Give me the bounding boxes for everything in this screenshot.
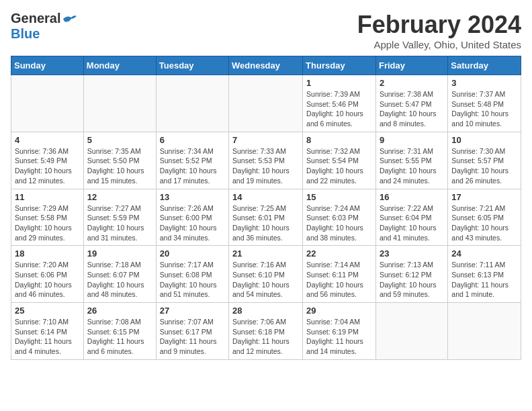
calendar-cell: 19Sunrise: 7:18 AM Sunset: 6:07 PM Dayli… (83, 246, 156, 303)
calendar-cell: 15Sunrise: 7:24 AM Sunset: 6:03 PM Dayli… (303, 189, 376, 246)
calendar-cell: 6Sunrise: 7:34 AM Sunset: 5:52 PM Daylig… (156, 132, 228, 189)
day-number: 2 (380, 78, 444, 88)
weekday-header: Friday (375, 56, 447, 75)
day-info: Sunrise: 7:31 AM Sunset: 5:55 PM Dayligh… (380, 146, 444, 186)
day-number: 21 (232, 248, 299, 259)
calendar-cell (83, 75, 156, 132)
day-info: Sunrise: 7:11 AM Sunset: 6:13 PM Dayligh… (451, 260, 517, 300)
day-info: Sunrise: 7:35 AM Sunset: 5:50 PM Dayligh… (87, 146, 152, 186)
calendar-cell (448, 303, 521, 360)
logo-bird-icon (62, 13, 77, 24)
day-info: Sunrise: 7:18 AM Sunset: 6:07 PM Dayligh… (87, 260, 152, 300)
calendar-cell: 10Sunrise: 7:30 AM Sunset: 5:57 PM Dayli… (448, 132, 521, 189)
calendar-cell (375, 303, 447, 360)
day-number: 9 (380, 135, 444, 145)
day-info: Sunrise: 7:07 AM Sunset: 6:17 PM Dayligh… (160, 317, 225, 357)
day-info: Sunrise: 7:20 AM Sunset: 6:06 PM Dayligh… (15, 260, 80, 300)
day-info: Sunrise: 7:39 AM Sunset: 5:46 PM Dayligh… (306, 89, 372, 129)
day-number: 1 (306, 78, 372, 88)
calendar-cell: 27Sunrise: 7:07 AM Sunset: 6:17 PM Dayli… (156, 303, 228, 360)
day-number: 25 (15, 306, 80, 316)
day-number: 14 (232, 192, 299, 202)
day-info: Sunrise: 7:22 AM Sunset: 6:04 PM Dayligh… (380, 203, 444, 243)
calendar-week-row: 25Sunrise: 7:10 AM Sunset: 6:14 PM Dayli… (11, 303, 521, 360)
day-info: Sunrise: 7:29 AM Sunset: 5:58 PM Dayligh… (15, 203, 80, 243)
day-number: 24 (451, 248, 517, 259)
day-info: Sunrise: 7:06 AM Sunset: 6:18 PM Dayligh… (232, 317, 299, 357)
day-info: Sunrise: 7:25 AM Sunset: 6:01 PM Dayligh… (232, 203, 299, 243)
calendar-week-row: 11Sunrise: 7:29 AM Sunset: 5:58 PM Dayli… (11, 189, 521, 246)
day-info: Sunrise: 7:21 AM Sunset: 6:05 PM Dayligh… (451, 203, 517, 243)
day-number: 15 (306, 192, 372, 202)
day-info: Sunrise: 7:10 AM Sunset: 6:14 PM Dayligh… (15, 317, 80, 357)
calendar-cell: 11Sunrise: 7:29 AM Sunset: 5:58 PM Dayli… (11, 189, 84, 246)
day-number: 3 (451, 78, 517, 88)
calendar-cell: 20Sunrise: 7:17 AM Sunset: 6:08 PM Dayli… (156, 246, 228, 303)
calendar-cell: 23Sunrise: 7:13 AM Sunset: 6:12 PM Dayli… (375, 246, 447, 303)
calendar-week-row: 18Sunrise: 7:20 AM Sunset: 6:06 PM Dayli… (11, 246, 521, 303)
day-number: 4 (15, 135, 80, 145)
calendar-cell: 25Sunrise: 7:10 AM Sunset: 6:14 PM Dayli… (11, 303, 84, 360)
calendar-table: SundayMondayTuesdayWednesdayThursdayFrid… (11, 56, 521, 360)
calendar-cell: 13Sunrise: 7:26 AM Sunset: 6:00 PM Dayli… (156, 189, 228, 246)
calendar-cell: 3Sunrise: 7:37 AM Sunset: 5:48 PM Daylig… (448, 75, 521, 132)
day-number: 6 (160, 135, 225, 145)
calendar-cell (11, 75, 84, 132)
calendar-cell: 8Sunrise: 7:32 AM Sunset: 5:54 PM Daylig… (303, 132, 376, 189)
day-number: 8 (306, 135, 372, 145)
day-info: Sunrise: 7:04 AM Sunset: 6:19 PM Dayligh… (306, 317, 372, 357)
calendar-cell (229, 75, 303, 132)
day-info: Sunrise: 7:08 AM Sunset: 6:15 PM Dayligh… (87, 317, 152, 357)
logo-blue: Blue (11, 26, 40, 41)
day-number: 26 (87, 306, 152, 316)
calendar-cell: 26Sunrise: 7:08 AM Sunset: 6:15 PM Dayli… (83, 303, 156, 360)
day-number: 16 (380, 192, 444, 202)
calendar-cell: 5Sunrise: 7:35 AM Sunset: 5:50 PM Daylig… (83, 132, 156, 189)
day-number: 12 (87, 192, 152, 202)
day-info: Sunrise: 7:13 AM Sunset: 6:12 PM Dayligh… (380, 260, 444, 300)
day-info: Sunrise: 7:33 AM Sunset: 5:53 PM Dayligh… (232, 146, 299, 186)
title-area: February 2024 Apple Valley, Ohio, United… (357, 11, 521, 50)
calendar-cell: 12Sunrise: 7:27 AM Sunset: 5:59 PM Dayli… (83, 189, 156, 246)
calendar-cell: 14Sunrise: 7:25 AM Sunset: 6:01 PM Dayli… (229, 189, 303, 246)
calendar-cell: 29Sunrise: 7:04 AM Sunset: 6:19 PM Dayli… (303, 303, 376, 360)
day-number: 18 (15, 248, 80, 259)
weekday-header: Monday (83, 56, 156, 75)
day-number: 29 (306, 306, 372, 316)
day-number: 17 (451, 192, 517, 202)
weekday-header: Wednesday (229, 56, 303, 75)
day-info: Sunrise: 7:14 AM Sunset: 6:11 PM Dayligh… (306, 260, 372, 300)
day-number: 28 (232, 306, 299, 316)
calendar-cell: 28Sunrise: 7:06 AM Sunset: 6:18 PM Dayli… (229, 303, 303, 360)
day-info: Sunrise: 7:17 AM Sunset: 6:08 PM Dayligh… (160, 260, 225, 300)
location: Apple Valley, Ohio, United States (357, 39, 521, 50)
day-number: 10 (451, 135, 517, 145)
calendar-cell: 17Sunrise: 7:21 AM Sunset: 6:05 PM Dayli… (448, 189, 521, 246)
day-number: 20 (160, 248, 225, 259)
calendar-cell: 1Sunrise: 7:39 AM Sunset: 5:46 PM Daylig… (303, 75, 376, 132)
calendar-cell: 21Sunrise: 7:16 AM Sunset: 6:10 PM Dayli… (229, 246, 303, 303)
day-number: 27 (160, 306, 225, 316)
day-info: Sunrise: 7:26 AM Sunset: 6:00 PM Dayligh… (160, 203, 225, 243)
day-info: Sunrise: 7:37 AM Sunset: 5:48 PM Dayligh… (451, 89, 517, 129)
day-info: Sunrise: 7:30 AM Sunset: 5:57 PM Dayligh… (451, 146, 517, 186)
weekday-header: Sunday (11, 56, 84, 75)
page-header: General Blue February 2024 Apple Valley,… (11, 11, 521, 50)
weekday-header: Tuesday (156, 56, 228, 75)
day-number: 22 (306, 248, 372, 259)
calendar-week-row: 1Sunrise: 7:39 AM Sunset: 5:46 PM Daylig… (11, 75, 521, 132)
calendar-header-row: SundayMondayTuesdayWednesdayThursdayFrid… (11, 56, 521, 75)
calendar-cell: 22Sunrise: 7:14 AM Sunset: 6:11 PM Dayli… (303, 246, 376, 303)
calendar-cell (156, 75, 228, 132)
calendar-cell: 16Sunrise: 7:22 AM Sunset: 6:04 PM Dayli… (375, 189, 447, 246)
day-info: Sunrise: 7:36 AM Sunset: 5:49 PM Dayligh… (15, 146, 80, 186)
day-info: Sunrise: 7:32 AM Sunset: 5:54 PM Dayligh… (306, 146, 372, 186)
logo-general: General (11, 11, 60, 26)
day-number: 11 (15, 192, 80, 202)
day-number: 19 (87, 248, 152, 259)
calendar-cell: 9Sunrise: 7:31 AM Sunset: 5:55 PM Daylig… (375, 132, 447, 189)
day-info: Sunrise: 7:38 AM Sunset: 5:47 PM Dayligh… (380, 89, 444, 129)
day-number: 13 (160, 192, 225, 202)
day-info: Sunrise: 7:34 AM Sunset: 5:52 PM Dayligh… (160, 146, 225, 186)
calendar-cell: 24Sunrise: 7:11 AM Sunset: 6:13 PM Dayli… (448, 246, 521, 303)
